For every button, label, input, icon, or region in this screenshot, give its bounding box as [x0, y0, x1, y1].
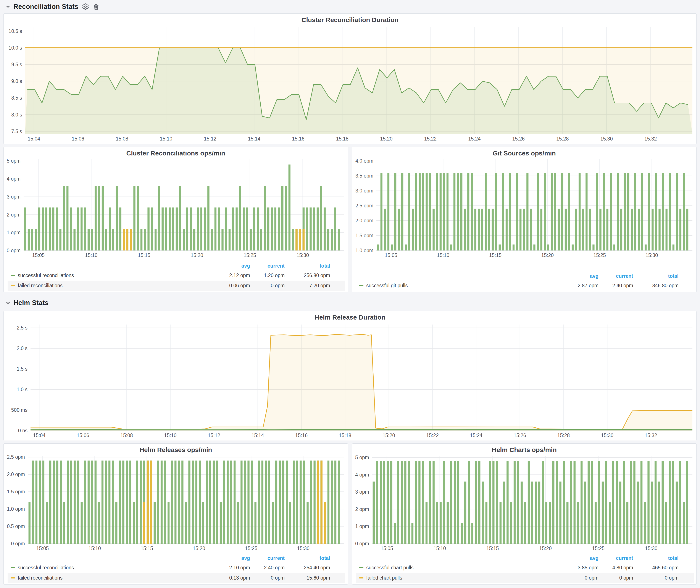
svg-text:2.5 opm: 2.5 opm [7, 454, 25, 460]
svg-text:1.5 opm: 1.5 opm [355, 233, 373, 238]
panel-title[interactable]: Helm Releases ops/min [4, 446, 348, 454]
panel-title[interactable]: Helm Release Duration [4, 314, 696, 321]
legend-column-avg[interactable]: avg [215, 555, 250, 561]
legend-value: 1.20 opm [250, 273, 285, 278]
svg-text:0.5 opm: 0.5 opm [7, 523, 25, 529]
section-title: Helm Stats [13, 299, 48, 307]
svg-text:9.5 s: 9.5 s [11, 62, 22, 67]
legend-column-avg[interactable]: avg [564, 273, 598, 279]
svg-text:15:26: 15:26 [512, 136, 525, 142]
svg-text:15:14: 15:14 [248, 136, 260, 142]
svg-text:15:20: 15:20 [193, 546, 205, 551]
dashboard: Reconciliation Stats Cluster Reconciliat… [0, 0, 700, 585]
chevron-down-icon [5, 4, 11, 10]
svg-text:2.0 opm: 2.0 opm [7, 472, 25, 477]
svg-text:4.0 opm: 4.0 opm [355, 158, 373, 164]
legend-value: 2.10 opm [215, 565, 250, 571]
svg-text:15:18: 15:18 [339, 433, 352, 438]
trash-icon[interactable] [93, 3, 100, 10]
svg-text:15:05: 15:05 [32, 252, 45, 258]
svg-text:3 opm: 3 opm [355, 489, 369, 495]
svg-text:5 opm: 5 opm [355, 455, 369, 460]
chart-svg: 15:0515:1015:1515:2015:2515:304.0 opm3.5… [353, 157, 695, 258]
svg-text:15:12: 15:12 [204, 136, 216, 142]
gear-icon[interactable] [82, 3, 89, 10]
helm-releases-chart[interactable]: 15:0515:1015:1515:2015:2515:302.5 opm2.0… [5, 454, 347, 551]
svg-text:15:22: 15:22 [424, 136, 437, 142]
svg-text:15:25: 15:25 [593, 252, 606, 258]
legend-value: 346.80 opm [633, 283, 679, 289]
legend-column-total[interactable]: total [285, 263, 330, 269]
svg-text:15:22: 15:22 [426, 433, 439, 438]
svg-text:15:25: 15:25 [244, 252, 256, 258]
legend-column-current[interactable]: current [250, 263, 285, 269]
git-sources-chart[interactable]: 15:0515:1015:1515:2015:2515:304.0 opm3.5… [353, 157, 695, 258]
helm-release-duration-chart[interactable]: 15:0415:0615:0815:1015:1215:1415:1615:18… [5, 322, 695, 438]
svg-text:15:10: 15:10 [437, 252, 450, 258]
legend-value: 0 opm [564, 575, 598, 581]
legend-column-total[interactable]: total [633, 273, 679, 279]
panel-helm-charts-opm: Helm Charts ops/min 15:0515:1015:1515:20… [352, 443, 697, 585]
svg-text:15:06: 15:06 [77, 433, 89, 438]
helm-charts-chart[interactable]: 15:0515:1015:1515:2015:2515:305 opm4 opm… [353, 454, 695, 551]
svg-text:0 opm: 0 opm [7, 248, 21, 253]
svg-text:15:24: 15:24 [468, 136, 481, 142]
svg-text:1.0 opm: 1.0 opm [355, 248, 373, 253]
chevron-down-icon [5, 300, 11, 306]
legend-swatch-green [359, 567, 363, 568]
legend-series-name[interactable]: successful git pulls [356, 283, 564, 289]
cluster-reconciliations-chart[interactable]: 15:0515:1015:1515:2015:2515:305 opm4 opm… [5, 157, 347, 258]
legend-column-total[interactable]: total [633, 555, 679, 561]
legend-column-current[interactable]: current [598, 273, 633, 279]
legend-series-label: successful reconciliations [18, 565, 74, 571]
legend-series-name[interactable]: failed reconciliations [8, 283, 215, 289]
legend-column-current[interactable]: current [598, 555, 633, 561]
svg-text:15:05: 15:05 [385, 252, 397, 258]
svg-text:15:26: 15:26 [514, 433, 526, 438]
svg-text:3.0 opm: 3.0 opm [355, 188, 373, 194]
svg-text:15:30: 15:30 [600, 136, 613, 142]
chart-svg: 15:0515:1015:1515:2015:2515:302.5 opm2.0… [5, 454, 347, 551]
panel-title[interactable]: Helm Charts ops/min [352, 446, 696, 454]
legend-swatch-green [359, 285, 363, 286]
section-collapse-helm-stats[interactable]: Helm Stats [5, 299, 48, 307]
chart-svg: 15:0415:0615:0815:1015:1215:1415:1615:18… [5, 322, 695, 438]
legend-row: failed reconciliations0.06 opm0 opm7.20 … [8, 281, 345, 291]
svg-text:15:08: 15:08 [120, 433, 133, 438]
legend-row: successful reconciliations2.10 opm2.40 o… [8, 563, 345, 573]
svg-text:15:15: 15:15 [486, 546, 499, 551]
svg-text:7.5 s: 7.5 s [11, 129, 22, 134]
legend-row: successful git pulls2.87 opm2.40 opm346.… [356, 281, 694, 291]
legend-header: avgcurrenttotal [8, 554, 345, 563]
legend-column-avg[interactable]: avg [564, 555, 598, 561]
svg-text:15:04: 15:04 [28, 136, 40, 142]
legend-series-name[interactable]: failed chart pulls [356, 575, 564, 581]
section-title: Reconciliation Stats [13, 3, 78, 11]
panel-title[interactable]: Cluster Reconciliations ops/min [4, 150, 348, 157]
legend-swatch-orange [359, 577, 363, 578]
legend-series-name[interactable]: successful reconciliations [8, 565, 215, 571]
legend-value: 0.13 opm [215, 575, 250, 581]
cluster-reconciliation-duration-chart[interactable]: 15:0415:0615:0815:1015:1215:1415:1615:18… [5, 25, 695, 142]
legend-swatch-green [11, 275, 15, 276]
svg-text:15:20: 15:20 [541, 252, 554, 258]
panel-title[interactable]: Git Sources ops/min [352, 150, 696, 157]
section-collapse-reconciliation-stats[interactable]: Reconciliation Stats [5, 3, 78, 11]
chart-svg: 15:0515:1015:1515:2015:2515:305 opm4 opm… [5, 157, 347, 258]
legend-value: 2.12 opm [215, 273, 250, 278]
svg-text:500 ms: 500 ms [11, 407, 27, 413]
svg-text:15:25: 15:25 [245, 546, 257, 551]
svg-text:0 ns: 0 ns [18, 428, 27, 433]
svg-text:10.0 s: 10.0 s [8, 45, 22, 51]
legend-series-name[interactable]: successful chart pulls [356, 565, 564, 571]
legend-series-name[interactable]: successful reconciliations [8, 273, 215, 278]
panel-title[interactable]: Cluster Reconciliation Duration [4, 16, 696, 24]
legend-column-avg[interactable]: avg [215, 263, 250, 269]
legend-column-current[interactable]: current [250, 555, 285, 561]
svg-text:15:30: 15:30 [645, 252, 658, 258]
legend-value: 0 opm [598, 575, 633, 581]
legend-column-total[interactable]: total [285, 555, 330, 561]
legend-series-name[interactable]: failed reconciliations [8, 575, 215, 581]
legend-value: 0.06 opm [215, 283, 250, 289]
svg-text:1.5 s: 1.5 s [17, 366, 27, 372]
